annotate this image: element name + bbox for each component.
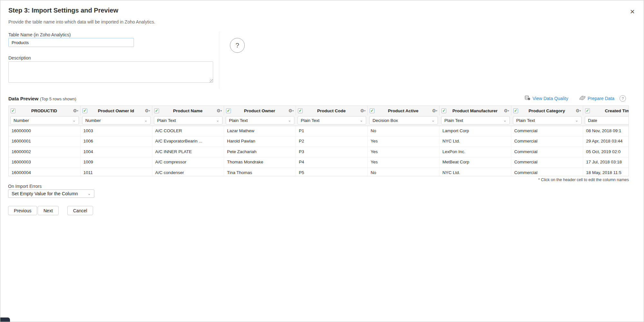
column-title[interactable]: Product Active xyxy=(374,108,432,113)
description-textarea[interactable] xyxy=(8,61,213,83)
column-checkbox[interactable]: ✓ xyxy=(585,108,590,113)
section-divider xyxy=(219,32,219,89)
gear-icon[interactable]: ⚙▾ xyxy=(73,108,78,113)
table-cell: 05 Oct, 2019 02:0 xyxy=(583,147,629,157)
type-cell: Plain Text⌄ xyxy=(440,115,511,126)
table-name-label: Table Name (in Zoho Analytics) xyxy=(8,32,71,37)
help-icon[interactable]: ? xyxy=(230,38,245,53)
gear-icon[interactable]: ⚙▾ xyxy=(432,108,437,113)
column-type-select[interactable]: Plain Text⌄ xyxy=(298,116,366,124)
column-type-select[interactable]: Plain Text⌄ xyxy=(154,116,223,124)
cancel-button[interactable]: Cancel xyxy=(67,206,93,215)
import-wizard-dialog: Step 3: Import Settings and Preview Prov… xyxy=(0,0,644,322)
chevron-down-icon: ⌄ xyxy=(503,118,507,123)
column-type-select[interactable]: Plain Text⌄ xyxy=(226,116,294,124)
prepare-data-link[interactable]: Prepare Data xyxy=(579,96,614,102)
on-import-errors-label: On Import Errors xyxy=(8,184,42,189)
column-type-select[interactable]: Plain Text⌄ xyxy=(513,116,582,124)
column-checkbox[interactable]: ✓ xyxy=(154,108,159,113)
type-row: Number⌄Number⌄Plain Text⌄Plain Text⌄Plai… xyxy=(9,115,629,126)
table-cell: LexPon Inc. xyxy=(440,147,511,157)
description-label: Description xyxy=(8,55,31,60)
gear-icon[interactable]: ⚙▾ xyxy=(216,108,222,113)
column-header-7[interactable]: ✓Product Category⚙▾ xyxy=(511,106,583,115)
gear-icon[interactable]: ⚙▾ xyxy=(504,108,509,113)
column-title[interactable]: Product Code xyxy=(303,108,360,113)
column-type-select[interactable]: Date⌄ xyxy=(585,116,629,124)
preview-help-icon[interactable]: ? xyxy=(620,95,626,102)
column-header-1[interactable]: ✓Product Owner Id⚙▾ xyxy=(80,106,152,115)
column-header-3[interactable]: ✓Product Owner⚙▾ xyxy=(224,106,296,115)
next-button[interactable]: Next xyxy=(38,206,59,215)
gear-icon[interactable]: ⚙▾ xyxy=(575,108,581,113)
view-data-quality-link[interactable]: View Data Quality xyxy=(525,95,568,102)
table-cell: 08 Nov, 2018 09:1 xyxy=(583,126,629,136)
column-type-select[interactable]: Decision Box⌄ xyxy=(369,116,438,124)
column-header-0[interactable]: ✓PRODUCTID⚙▾ xyxy=(9,106,80,115)
data-preview-table: ✓PRODUCTID⚙▾✓Product Owner Id⚙▾✓Product … xyxy=(8,106,629,176)
column-checkbox[interactable]: ✓ xyxy=(370,108,374,113)
column-title[interactable]: Product Category xyxy=(518,108,575,113)
table-row: 160000041011A/C condenserTina ThomasP5No… xyxy=(9,168,629,176)
column-type-value: Number xyxy=(85,118,101,123)
column-type-select[interactable]: Plain Text⌄ xyxy=(441,116,510,124)
gear-icon[interactable]: ⚙▾ xyxy=(360,108,365,113)
on-import-errors-select[interactable]: Set Empty Value for the Column ⌄ xyxy=(8,189,94,198)
table-cell: NYC Ltd. xyxy=(440,136,511,146)
column-header-5[interactable]: ✓Product Active⚙▾ xyxy=(368,106,440,115)
column-checkbox[interactable]: ✓ xyxy=(513,108,518,113)
column-type-select[interactable]: Number⌄ xyxy=(10,116,79,124)
table-cell: A/C condenser xyxy=(152,168,224,176)
column-header-2[interactable]: ✓Product Name⚙▾ xyxy=(152,106,224,115)
chevron-down-icon: ⌄ xyxy=(575,118,578,123)
gear-icon[interactable]: ⚙▾ xyxy=(145,108,150,113)
table-row: 160000031009A/C compressorThomas Mondrak… xyxy=(9,157,629,168)
table-cell: 1003 xyxy=(80,126,152,136)
chevron-down-icon: ⌄ xyxy=(72,118,76,123)
column-title[interactable]: Product Owner xyxy=(231,108,288,113)
gear-caret-icon: ▾ xyxy=(508,109,509,112)
table-cell: Yes xyxy=(368,147,440,157)
data-quality-icon xyxy=(525,95,530,102)
table-cell: 29 Apr, 2018 03:44 xyxy=(583,136,629,146)
column-header-8[interactable]: ✓Created Time⚙▾ xyxy=(583,106,629,115)
column-checkbox[interactable]: ✓ xyxy=(298,108,303,113)
gear-icon[interactable]: ⚙▾ xyxy=(288,108,294,113)
column-header-6[interactable]: ✓Product Manufacturer⚙▾ xyxy=(440,106,511,115)
column-checkbox[interactable]: ✓ xyxy=(11,108,15,113)
column-header-4[interactable]: ✓Product Code⚙▾ xyxy=(296,106,368,115)
gear-caret-icon: ▾ xyxy=(221,109,222,112)
type-cell: Date⌄ xyxy=(583,115,629,126)
chevron-down-icon: ⌄ xyxy=(88,191,91,196)
table-row: 160000001003A/C COOLERLazar MathewP1NoLa… xyxy=(9,126,629,136)
table-cell: 16000004 xyxy=(9,168,80,176)
column-type-value: Date xyxy=(588,118,597,123)
column-title[interactable]: Product Owner Id xyxy=(87,108,145,113)
table-cell: Yes xyxy=(368,157,440,167)
column-checkbox[interactable]: ✓ xyxy=(82,108,87,113)
previous-button[interactable]: Previous xyxy=(8,206,37,215)
table-cell: 1011 xyxy=(80,168,152,176)
column-type-select[interactable]: Number⌄ xyxy=(82,116,151,124)
column-title[interactable]: Created Time xyxy=(590,108,629,113)
header-row: ✓PRODUCTID⚙▾✓Product Owner Id⚙▾✓Product … xyxy=(9,106,629,115)
column-title[interactable]: Product Manufacturer xyxy=(446,108,504,113)
column-checkbox[interactable]: ✓ xyxy=(226,108,231,113)
gear-caret-icon: ▾ xyxy=(77,109,78,112)
close-icon[interactable]: ✕ xyxy=(628,7,637,16)
type-cell: Plain Text⌄ xyxy=(511,115,583,126)
table-cell: A/C INNER PLATE xyxy=(152,147,224,157)
table-cell: A/C EvaporatorBearin ... xyxy=(152,136,224,146)
type-cell: Plain Text⌄ xyxy=(152,115,224,126)
table-cell: NYC Ltd. xyxy=(440,168,511,176)
column-title[interactable]: Product Name xyxy=(159,108,216,113)
column-type-value: Plain Text xyxy=(516,118,535,123)
column-title[interactable]: PRODUCTID xyxy=(15,108,73,113)
table-cell: 1004 xyxy=(80,147,152,157)
chevron-down-icon: ⌄ xyxy=(288,118,291,123)
type-cell: Plain Text⌄ xyxy=(224,115,296,126)
type-cell: Decision Box⌄ xyxy=(368,115,440,126)
table-cell: Pete Zachariah xyxy=(224,147,296,157)
table-name-input[interactable] xyxy=(8,38,134,47)
column-checkbox[interactable]: ✓ xyxy=(441,108,446,113)
